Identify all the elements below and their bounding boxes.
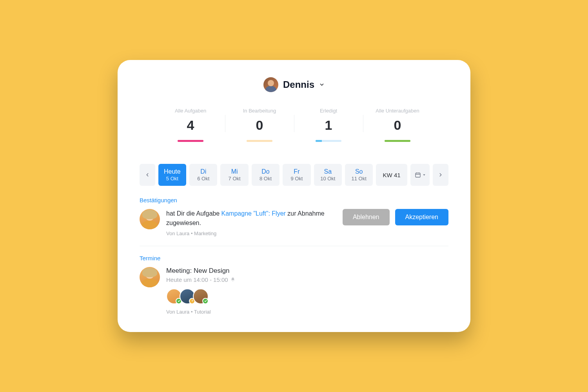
status-accepted-icon <box>202 298 209 304</box>
appointment-body: Meeting: New Design Heute um 14:00 - 15:… <box>166 267 235 315</box>
day-sun[interactable]: So 11 Okt <box>345 164 373 186</box>
appointment-time-text: Heute um 14:00 - 15:00 <box>166 276 228 283</box>
confirmation-actions: Ablehnen Akzeptieren <box>343 209 448 225</box>
stat-label: Erledigt <box>294 108 363 114</box>
day-label: Do <box>261 168 269 175</box>
stat-label: Alle Unteraufgaben <box>363 108 432 114</box>
day-today[interactable]: Heute 5 Okt <box>158 164 186 186</box>
day-label: Fr <box>294 168 299 175</box>
day-label: Sa <box>324 168 332 175</box>
day-tue[interactable]: Di 6 Okt <box>189 164 217 186</box>
day-date: 5 Okt <box>166 176 178 181</box>
svg-text:?: ? <box>191 299 193 302</box>
day-date: 7 Okt <box>229 176 241 181</box>
confirmations-heading: Bestätigungen <box>140 197 448 203</box>
user-switcher[interactable]: Dennis <box>118 77 470 92</box>
appointment-meta: Von Laura • Tutorial <box>166 309 235 315</box>
stat-subtasks[interactable]: Alle Unteraufgaben 0 <box>363 108 432 142</box>
accept-button[interactable]: Akzeptieren <box>395 209 449 225</box>
task-link[interactable]: Kampagne "Luft": Flyer <box>221 210 286 217</box>
stat-bar <box>316 140 341 142</box>
week-number[interactable]: KW 41 <box>376 164 407 186</box>
requester-avatar[interactable] <box>140 209 160 229</box>
stat-value: 0 <box>225 118 294 133</box>
date-strip: Heute 5 Okt Di 6 Okt Mi 7 Okt Do 8 Okt F… <box>140 164 448 186</box>
organizer-avatar[interactable] <box>140 267 160 287</box>
day-date: 8 Okt <box>260 176 272 181</box>
day-date: 9 Okt <box>290 176 303 181</box>
confirm-text-pre: hat Dir die Aufgabe <box>166 210 221 217</box>
day-wed[interactable]: Mi 7 Okt <box>220 164 248 186</box>
user-avatar <box>263 77 278 92</box>
confirmation-meta: Von Laura • Marketing <box>166 230 336 236</box>
stat-bar <box>247 140 272 142</box>
day-label: So <box>355 168 363 175</box>
appointment-item[interactable]: Meeting: New Design Heute um 14:00 - 15:… <box>140 267 448 315</box>
day-label: Heute <box>164 168 181 175</box>
chevron-down-icon <box>319 82 325 87</box>
user-name: Dennis <box>283 79 314 90</box>
stat-all-tasks[interactable]: Alle Aufgaben 4 <box>156 108 225 142</box>
day-date: 11 Okt <box>352 176 367 181</box>
stats-row: Alle Aufgaben 4 In Bearbeitung 0 Erledig… <box>118 108 470 142</box>
day-label: Mi <box>231 168 238 175</box>
stat-done[interactable]: Erledigt 1 <box>294 108 363 142</box>
stat-in-progress[interactable]: In Bearbeitung 0 <box>225 108 294 142</box>
day-date: 10 Okt <box>320 176 335 181</box>
appointments-heading: Termine <box>140 255 448 261</box>
decline-button[interactable]: Ablehnen <box>343 209 390 225</box>
attendee-avatar[interactable] <box>193 289 209 304</box>
attendee-list: ? <box>166 289 235 304</box>
stat-value: 4 <box>156 118 225 133</box>
appointment-title: Meeting: New Design <box>166 267 235 275</box>
stat-label: In Bearbeitung <box>225 108 294 114</box>
day-sat[interactable]: Sa 10 Okt <box>314 164 342 186</box>
dashboard-card: Dennis Alle Aufgaben 4 In Bearbeitung 0 … <box>118 60 470 332</box>
stat-bar <box>178 140 203 142</box>
stat-value: 0 <box>363 118 432 133</box>
stat-bar <box>385 140 410 142</box>
calendar-picker-button[interactable] <box>410 164 430 186</box>
stat-label: Alle Aufgaben <box>156 108 225 114</box>
calendar-icon <box>415 172 421 178</box>
confirmation-body: hat Dir die Aufgabe Kampagne "Luft": Fly… <box>166 209 336 236</box>
day-fri[interactable]: Fr 9 Okt <box>283 164 310 186</box>
confirmation-text: hat Dir die Aufgabe Kampagne "Luft": Fly… <box>166 209 336 227</box>
caret-down-icon <box>423 173 426 176</box>
chevron-right-icon <box>438 172 443 178</box>
chevron-left-icon <box>145 172 150 178</box>
svg-marker-4 <box>423 174 425 176</box>
day-thu[interactable]: Do 8 Okt <box>252 164 279 186</box>
svg-rect-0 <box>416 173 420 178</box>
bell-icon <box>230 277 235 282</box>
stat-value: 1 <box>294 118 363 133</box>
day-date: 6 Okt <box>197 176 209 181</box>
next-day-button[interactable] <box>433 164 448 186</box>
appointment-time: Heute um 14:00 - 15:00 <box>166 276 235 283</box>
confirmation-item: hat Dir die Aufgabe Kampagne "Luft": Fly… <box>140 209 448 246</box>
day-label: Di <box>200 168 206 175</box>
prev-day-button[interactable] <box>140 164 155 186</box>
